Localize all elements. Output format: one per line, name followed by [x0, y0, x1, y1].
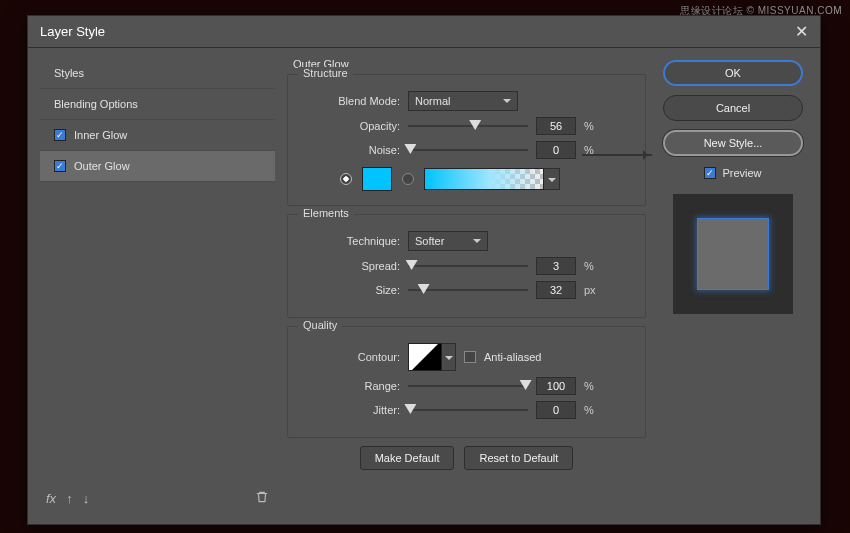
quality-group: Quality Contour: Anti-aliased Range: 100…	[287, 326, 646, 438]
spread-input[interactable]: 3	[536, 257, 576, 275]
unit-label: %	[584, 120, 604, 132]
size-input[interactable]: 32	[536, 281, 576, 299]
annotation-arrow-icon	[582, 154, 652, 156]
range-label: Range:	[300, 380, 400, 392]
new-style-button[interactable]: New Style...	[663, 130, 803, 156]
sidebar-item-styles[interactable]: Styles	[40, 58, 275, 89]
range-input[interactable]: 100	[536, 377, 576, 395]
sidebar-item-outer-glow[interactable]: Outer Glow	[40, 151, 275, 182]
unit-label: %	[584, 404, 604, 416]
checkbox-checked-icon[interactable]	[54, 129, 66, 141]
preview-inner	[697, 218, 769, 290]
sidebar-item-label: Outer Glow	[74, 160, 130, 172]
titlebar[interactable]: Layer Style ✕	[28, 16, 820, 48]
close-icon[interactable]: ✕	[795, 22, 808, 41]
gradient-radio[interactable]	[402, 173, 414, 185]
layer-style-dialog: Layer Style ✕ Styles Blending Options In…	[27, 15, 821, 525]
contour-label: Contour:	[300, 351, 400, 363]
contour-dropdown-icon[interactable]	[442, 343, 456, 371]
gradient-swatch[interactable]	[424, 168, 544, 190]
group-title: Structure	[298, 67, 353, 79]
sidebar-item-blending-options[interactable]: Blending Options	[40, 89, 275, 120]
opacity-slider[interactable]	[408, 119, 528, 133]
preview-checkbox[interactable]	[704, 167, 716, 179]
jitter-label: Jitter:	[300, 404, 400, 416]
unit-label: %	[584, 380, 604, 392]
right-panel: OK Cancel New Style... Preview	[658, 58, 808, 512]
arrow-up-icon[interactable]: ↑	[66, 491, 73, 506]
fx-icon[interactable]: fx	[46, 491, 56, 506]
gradient-dropdown-icon[interactable]	[544, 168, 560, 190]
group-title: Quality	[298, 319, 342, 331]
unit-label: %	[584, 260, 604, 272]
color-swatch[interactable]	[362, 167, 392, 191]
opacity-input[interactable]: 56	[536, 117, 576, 135]
elements-group: Elements Technique: Softer Spread: 3 % S…	[287, 214, 646, 318]
jitter-input[interactable]: 0	[536, 401, 576, 419]
sidebar: Styles Blending Options Inner Glow Outer…	[40, 58, 275, 512]
technique-label: Technique:	[300, 235, 400, 247]
arrow-down-icon[interactable]: ↓	[83, 491, 90, 506]
sidebar-footer: fx ↑ ↓	[40, 484, 275, 512]
opacity-label: Opacity:	[300, 120, 400, 132]
unit-label: px	[584, 284, 604, 296]
contour-picker[interactable]	[408, 343, 442, 371]
ok-button[interactable]: OK	[663, 60, 803, 86]
sidebar-item-label: Styles	[54, 67, 84, 79]
preview-thumbnail	[673, 194, 793, 314]
preview-label: Preview	[722, 167, 761, 179]
noise-label: Noise:	[300, 144, 400, 156]
structure-group: Structure Blend Mode: Normal Opacity: 56…	[287, 74, 646, 206]
sidebar-item-label: Blending Options	[54, 98, 138, 110]
size-slider[interactable]	[408, 283, 528, 297]
noise-input[interactable]: 0	[536, 141, 576, 159]
range-slider[interactable]	[408, 379, 528, 393]
spread-label: Spread:	[300, 260, 400, 272]
spread-slider[interactable]	[408, 259, 528, 273]
sidebar-item-label: Inner Glow	[74, 129, 127, 141]
jitter-slider[interactable]	[408, 403, 528, 417]
reset-to-default-button[interactable]: Reset to Default	[464, 446, 573, 470]
cancel-button[interactable]: Cancel	[663, 95, 803, 121]
sidebar-item-inner-glow[interactable]: Inner Glow	[40, 120, 275, 151]
dialog-title: Layer Style	[40, 24, 105, 39]
size-label: Size:	[300, 284, 400, 296]
trash-icon[interactable]	[255, 490, 269, 507]
group-title: Elements	[298, 207, 354, 219]
main-panel: Outer Glow Structure Blend Mode: Normal …	[287, 58, 646, 512]
solid-color-radio[interactable]	[340, 173, 352, 185]
blend-mode-label: Blend Mode:	[300, 95, 400, 107]
checkbox-checked-icon[interactable]	[54, 160, 66, 172]
blend-mode-select[interactable]: Normal	[408, 91, 518, 111]
technique-select[interactable]: Softer	[408, 231, 488, 251]
noise-slider[interactable]	[408, 143, 528, 157]
anti-aliased-checkbox[interactable]	[464, 351, 476, 363]
make-default-button[interactable]: Make Default	[360, 446, 455, 470]
anti-aliased-label: Anti-aliased	[484, 351, 541, 363]
